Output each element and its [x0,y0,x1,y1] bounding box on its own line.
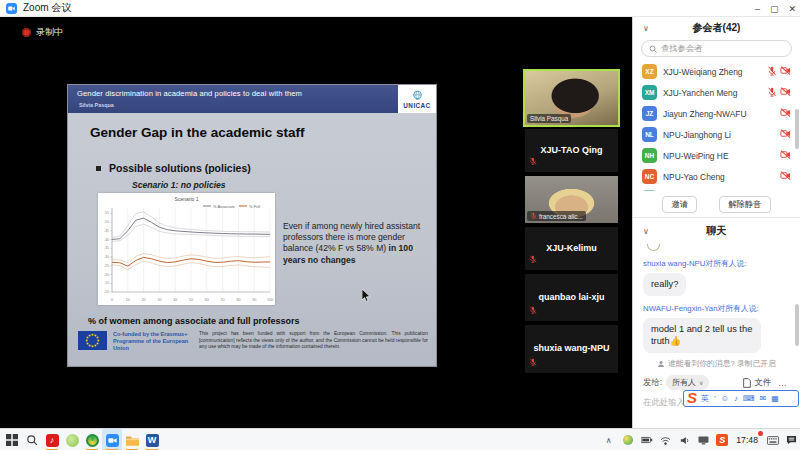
svg-text:30: 30 [157,298,161,302]
mic-off-icon [767,87,777,97]
slide-author: Silvia Pasqua [79,102,114,108]
camera-off-icon [780,128,791,139]
display-icon [697,434,710,447]
participants-header[interactable]: ∨ 参会者(42) [633,17,800,39]
participant-name: XJU-Yanchen Meng [663,88,761,98]
zoom-taskbar-icon [106,434,119,447]
chevron-down-icon[interactable]: ∨ [643,24,649,33]
ime-tool-icon[interactable]: 英 [701,393,709,404]
zoom-app-icon [6,3,17,14]
windows-start-icon [6,434,18,446]
tray-chevron-up-icon: ∧ [602,434,615,447]
video-tile[interactable]: francesca alic... [525,176,618,223]
minimize-button[interactable]: – [755,4,760,14]
chat-header[interactable]: ∨ 聊天 [633,220,800,242]
participant-row[interactable]: XMXJU-Yanchen Meng [633,82,800,103]
chat-scrollbar[interactable] [795,304,799,346]
file-button[interactable]: 文件 [743,377,771,388]
taskbar-word[interactable]: W [142,429,162,450]
slide-footer: Co-funded by the Erasmus+ Programme of t… [78,331,428,352]
taskbar-windows-start[interactable] [2,429,22,450]
send-to-dropdown[interactable]: 所有人 ∨ [666,375,709,390]
more-options-button[interactable]: … [775,378,790,388]
person-icon [657,360,665,368]
video-tile[interactable]: quanbao lai-xju [525,274,618,321]
taskbar-zoom[interactable] [102,429,122,450]
ime-tool-icon[interactable]: ▦ [771,394,779,403]
svg-text:40: 40 [173,298,177,302]
clock[interactable]: 17:48 [734,435,760,445]
mic-off-icon [767,66,777,76]
svg-text:% Associate: % Associate [213,204,236,209]
presentation-slide: Gender discrimination in academia and po… [68,85,436,366]
scenario-chart: Scenario 10102030405060708090100.10.15.2… [98,193,275,305]
svg-text:.55: .55 [104,211,109,215]
participant-status-icons [780,170,791,183]
svg-text:80: 80 [236,298,240,302]
window-titlebar: Zoom 会议 – ▢ ✕ [0,0,800,17]
bullet-square-icon [96,166,101,171]
taskbar-green-app[interactable] [62,429,82,450]
participant-row[interactable]: XZXJU-Weiqiang Zheng [633,61,800,82]
video-tile[interactable]: Silvia Pasqua [525,71,618,125]
chevron-down-icon[interactable]: ∨ [643,227,649,236]
file-icon [743,378,751,388]
side-panel: ∨ 参会者(42) 查找参会者 XZXJU-Weiqiang ZhengXMXJ… [632,17,800,428]
participant-status-icons [767,86,791,99]
svg-text:0: 0 [111,298,113,302]
svg-text:.50: .50 [104,220,109,224]
taskbar-search[interactable] [22,429,42,450]
zoom-meeting-window: Zoom 会议 – ▢ ✕ 录制中 Gender discrimination … [0,0,800,450]
participant-list: XZXJU-Weiqiang ZhengXMXJU-Yanchen MengJZ… [633,61,800,191]
taskbar-netease-music[interactable]: ♪ [42,429,62,450]
taskbar-browser-360[interactable] [82,429,102,450]
svg-text:90: 90 [252,298,256,302]
sogou-logo-icon[interactable]: S [687,390,697,405]
search-participants-input[interactable]: 查找参会者 [641,40,792,57]
participant-row[interactable]: JZJiayun Zheng-NWAFU [633,103,800,124]
ime-tool-icon[interactable]: ☺ [721,394,729,403]
close-button[interactable]: ✕ [788,4,796,14]
word-icon: W [146,434,159,447]
participant-row[interactable]: NCNPU-Yao Cheng [633,166,800,187]
ime-tool-icon[interactable]: ⌨ [743,394,755,403]
sogou-ime-toolbar[interactable]: S 英’☺♪⌨✉▦ [683,390,799,407]
touch-keyboard-icon[interactable] [766,434,779,447]
taskbar-file-explorer[interactable] [122,429,142,450]
slide-header: Gender discrimination in academia and po… [68,85,436,113]
participant-row[interactable]: NLNPU-Jianghong Li [633,124,800,145]
chat-sender: shuxia wang-NPU对所有人说: [643,258,790,269]
speaker-icon [678,434,691,447]
camera-off-icon [780,65,791,76]
screen-share-area: 录制中 Gender discrimination in academia an… [0,17,632,428]
svg-text:.25: .25 [104,264,109,268]
maximize-button[interactable]: ▢ [770,4,779,14]
participant-avatar: NH [642,148,657,163]
sogou-tray-icon: S [716,434,728,446]
recording-label: 录制中 [36,26,63,39]
ime-tool-icon[interactable]: ♪ [734,394,738,403]
participant-row[interactable] [633,187,800,191]
video-tile[interactable]: XJU-TAO Qing [525,129,618,172]
ime-tool-icon[interactable]: ✉ [760,394,767,403]
participant-avatar: NC [642,169,657,184]
camera-off-icon [780,86,791,97]
video-tile[interactable]: XJU-Kelimu [525,227,618,270]
participants-scrollbar[interactable] [795,109,799,149]
slide-body-text: Even if among newly hired assistant prof… [283,221,433,266]
invite-button[interactable]: 邀请 [662,196,697,213]
svg-text:.40: .40 [104,238,109,242]
chat-sender: NWAFU-Fengxin-Yan对所有人说: [643,303,790,314]
mouse-cursor [362,289,371,302]
tile-name: XJU-TAO Qing [525,145,618,155]
ime-tool-icon[interactable]: ’ [714,394,716,403]
video-tile[interactable]: shuxia wang-NPU [525,325,618,373]
notification-center-icon[interactable] [785,434,798,447]
svg-text:.10: .10 [104,290,109,294]
participant-row[interactable]: NHNPU-WeiPing HE [633,145,800,166]
slide-header-title: Gender discrimination in academia and po… [77,89,302,98]
partial-emoji-message [647,244,660,251]
unmute-all-button[interactable]: 解除静音 [719,196,771,213]
netease-music-icon: ♪ [46,434,59,447]
slide-title: Gender Gap in the academic staff [90,125,305,140]
